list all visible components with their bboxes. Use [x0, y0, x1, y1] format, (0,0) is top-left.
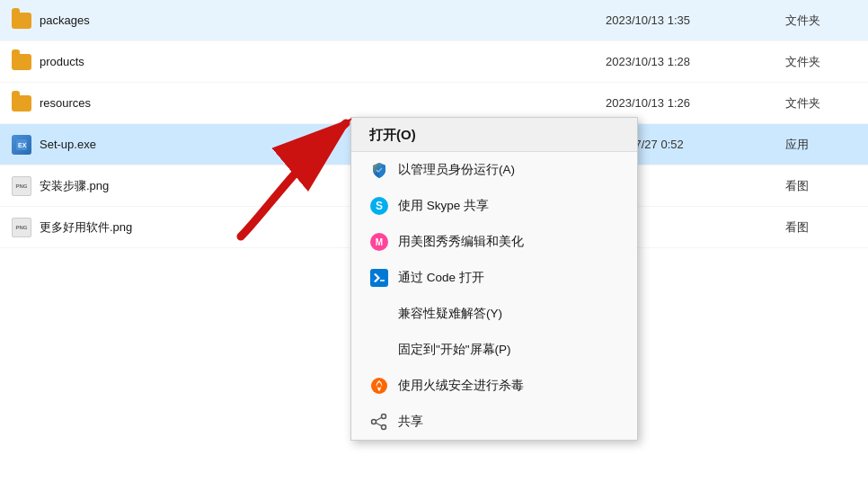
blank-icon — [369, 340, 389, 360]
vscode-icon — [369, 268, 389, 288]
file-row[interactable]: packages 2023/10/13 1:35 文件夹 — [0, 0, 868, 41]
file-name: 更多好用软件.png — [40, 219, 345, 236]
file-type: 看图 — [785, 219, 857, 236]
menu-item-compatibility[interactable]: 兼容性疑难解答(Y) — [351, 296, 637, 332]
svg-line-7 — [376, 417, 382, 421]
shield-admin-icon — [369, 160, 389, 180]
svg-line-8 — [376, 423, 382, 426]
menu-label: 以管理员身份运行(A) — [398, 162, 515, 178]
file-date: 2023/10/13 1:35 — [606, 13, 785, 27]
file-name: Set-up.exe — [40, 138, 345, 151]
menu-label: 使用火绒安全进行杀毒 — [398, 378, 524, 394]
menu-item-huorong[interactable]: 使用火绒安全进行杀毒 — [351, 368, 637, 404]
menu-label: 共享 — [398, 414, 423, 430]
file-type: 看图 — [785, 178, 857, 194]
menu-item-meitu[interactable]: M 用美图秀秀编辑和美化 — [351, 224, 637, 260]
file-name: packages — [40, 13, 345, 27]
file-type: 应用 — [785, 137, 857, 153]
file-name: 安装步骤.png — [40, 178, 345, 194]
folder-icon — [11, 10, 32, 31]
svg-text:EX: EX — [18, 142, 27, 148]
png-icon: PNG — [11, 175, 32, 197]
folder-icon — [11, 93, 32, 114]
svg-point-6 — [382, 425, 386, 430]
file-name: resources — [40, 96, 345, 110]
folder-icon — [11, 51, 32, 73]
file-date: 2023/10/13 1:26 — [606, 96, 785, 110]
svg-point-5 — [372, 420, 376, 424]
file-date: 2023/10/13 1:28 — [606, 55, 785, 68]
menu-label: 用美图秀秀编辑和美化 — [398, 234, 524, 250]
skype-icon: S — [369, 196, 389, 216]
menu-label: 固定到"开始"屏幕(P) — [398, 342, 511, 358]
menu-label: 兼容性疑难解答(Y) — [398, 306, 502, 322]
menu-item-share[interactable]: 共享 — [351, 404, 637, 440]
file-type: 文件夹 — [785, 13, 857, 29]
svg-point-3 — [371, 378, 387, 394]
meitu-icon: M — [369, 232, 389, 252]
menu-item-skype[interactable]: S 使用 Skype 共享 — [351, 188, 637, 224]
menu-label: 使用 Skype 共享 — [398, 198, 489, 214]
share-icon — [369, 412, 389, 432]
png-icon: PNG — [11, 217, 32, 238]
file-type: 文件夹 — [785, 54, 857, 70]
file-row[interactable]: products 2023/10/13 1:28 文件夹 — [0, 41, 868, 83]
menu-item-run-as-admin[interactable]: 以管理员身份运行(A) — [351, 152, 637, 188]
context-menu: 打开(O) 以管理员身份运行(A) — [350, 117, 638, 441]
huorong-icon — [369, 376, 389, 396]
menu-label: 通过 Code 打开 — [398, 270, 484, 286]
svg-point-4 — [382, 415, 386, 419]
exe-icon: EX — [11, 134, 32, 156]
file-explorer: packages 2023/10/13 1:35 文件夹 products 20… — [0, 0, 868, 482]
menu-item-pin-start[interactable]: 固定到"开始"屏幕(P) — [351, 332, 637, 368]
menu-item-vscode[interactable]: 通过 Code 打开 — [351, 260, 637, 296]
file-name: products — [40, 55, 345, 68]
file-type: 文件夹 — [785, 95, 857, 112]
blank-icon — [369, 304, 389, 324]
context-menu-header: 打开(O) — [351, 118, 637, 152]
